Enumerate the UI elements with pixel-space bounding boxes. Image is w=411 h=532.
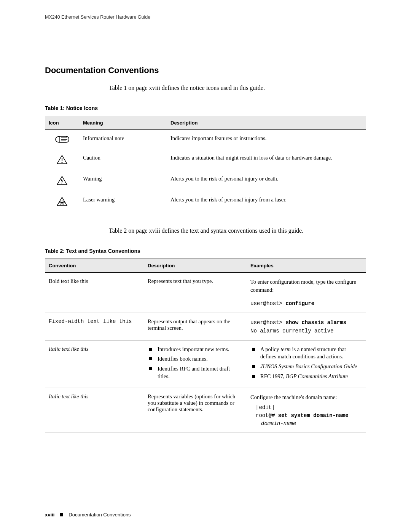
table-row: Bold text like this Represents text that… xyxy=(45,273,366,313)
list-item: JUNOS System Basics Configuration Guide xyxy=(252,363,362,371)
table-row: Informational note Indicates important f… xyxy=(45,130,366,149)
section-heading: Documentation Conventions xyxy=(45,66,366,75)
warning-icon xyxy=(45,170,79,191)
description: Indicates important features or instruct… xyxy=(167,130,366,149)
table-row: Laser warning Alerts you to the risk of … xyxy=(45,191,366,212)
th-description: Description xyxy=(144,259,247,273)
table-row: Caution Indicates a situation that might… xyxy=(45,149,366,170)
svg-line-14 xyxy=(63,204,64,205)
meaning: Caution xyxy=(79,149,167,170)
table1-title: Table 1: Notice Icons xyxy=(45,105,366,111)
example-text: To enter configuration mode, type the xyxy=(250,279,335,285)
meaning: Warning xyxy=(79,170,167,191)
example-text: BGP Communities Attribute xyxy=(286,373,348,379)
svg-line-13 xyxy=(60,201,61,202)
svg-line-15 xyxy=(63,201,64,202)
list-item: Identifies book names. xyxy=(149,355,243,363)
svg-point-5 xyxy=(62,162,63,163)
text-syntax-table: Convention Description Examples Bold tex… xyxy=(45,259,366,433)
example-line: [edit] xyxy=(256,404,362,411)
description: Represents text that you type. xyxy=(144,273,247,313)
description: Represents output that appears on the te… xyxy=(144,313,247,340)
example-output: No alarms currently active xyxy=(250,328,333,334)
table2-title: Table 2: Text and Syntax Conventions xyxy=(45,248,366,254)
page-footer: xviii Documentation Conventions xyxy=(45,512,131,518)
convention: Bold text like this xyxy=(45,273,144,313)
example-text: configure xyxy=(335,279,356,285)
meaning: Laser warning xyxy=(79,191,167,212)
convention: Italic text like this xyxy=(45,340,144,388)
th-icon: Icon xyxy=(45,116,79,130)
page-number: xviii xyxy=(45,512,54,518)
list-item: RFC 1997, BGP Communities Attribute xyxy=(252,373,362,380)
table-row: Warning Alerts you to the risk of person… xyxy=(45,170,366,191)
examples: To enter configuration mode, type the co… xyxy=(247,273,366,313)
th-meaning: Meaning xyxy=(79,116,167,130)
list-item: Identifies RFC and Internet draft titles… xyxy=(149,365,243,380)
th-description: Description xyxy=(167,116,366,130)
example-variable: domain-name xyxy=(256,420,362,427)
convention: Italic text like this xyxy=(45,388,144,433)
table-row: Fixed-width text like this Represents ou… xyxy=(45,313,366,340)
description: Alerts you to the risk of personal injur… xyxy=(167,170,366,191)
table-header-row: Convention Description Examples xyxy=(45,259,366,273)
footer-title: Documentation Conventions xyxy=(68,512,131,518)
footer-bullet-icon xyxy=(60,513,63,516)
description: Represents variables (options for which … xyxy=(144,388,247,433)
notice-icons-table: Icon Meaning Description xyxy=(45,116,366,212)
table-header-row: Icon Meaning Description xyxy=(45,116,366,130)
th-convention: Convention xyxy=(45,259,144,273)
examples: A policy term is a named structure that … xyxy=(247,340,366,388)
example-text: A policy xyxy=(260,346,280,352)
running-header: MX240 Ethernet Services Router Hardware … xyxy=(45,14,366,20)
example-text: RFC 1997, xyxy=(260,373,286,379)
convention: Fixed-width text like this xyxy=(45,313,144,340)
list-item: Introduces important new terms. xyxy=(149,346,243,353)
laser-warning-icon xyxy=(45,191,79,212)
caution-icon xyxy=(45,149,79,170)
intro-text-2: Table 2 on page xviii defines the text a… xyxy=(109,227,366,234)
meaning: Informational note xyxy=(79,130,167,149)
example-command: set system domain-name xyxy=(278,412,349,419)
table-row: Italic text like this Represents variabl… xyxy=(45,388,366,433)
svg-marker-6 xyxy=(57,176,67,185)
intro-text-1: Table 1 on page xviii defines the notice… xyxy=(109,85,366,91)
example-prompt: user@host> xyxy=(250,300,285,307)
examples: user@host> show chassis alarms No alarms… xyxy=(247,313,366,340)
example-term: term xyxy=(280,346,291,352)
description: Indicates a situation that might result … xyxy=(167,149,366,170)
description: Alerts you to the risk of personal injur… xyxy=(167,191,366,212)
svg-line-16 xyxy=(60,204,61,205)
example-command: configure xyxy=(285,300,314,307)
example-text: command: xyxy=(250,287,274,293)
th-examples: Examples xyxy=(247,259,366,273)
svg-point-8 xyxy=(61,202,63,203)
examples: Configure the machine's domain name: [ed… xyxy=(247,388,366,433)
example-command: show chassis alarms xyxy=(285,320,346,326)
table-row: Italic text like this Introduces importa… xyxy=(45,340,366,388)
description: Introduces important new terms. Identifi… xyxy=(144,340,247,388)
note-icon xyxy=(45,130,79,149)
example-text: Configure the machine's domain name: xyxy=(250,393,362,401)
example-prompt: user@host> xyxy=(250,320,285,326)
list-item: A policy term is a named structure that … xyxy=(252,346,362,361)
example-prompt: root@# xyxy=(256,412,278,419)
